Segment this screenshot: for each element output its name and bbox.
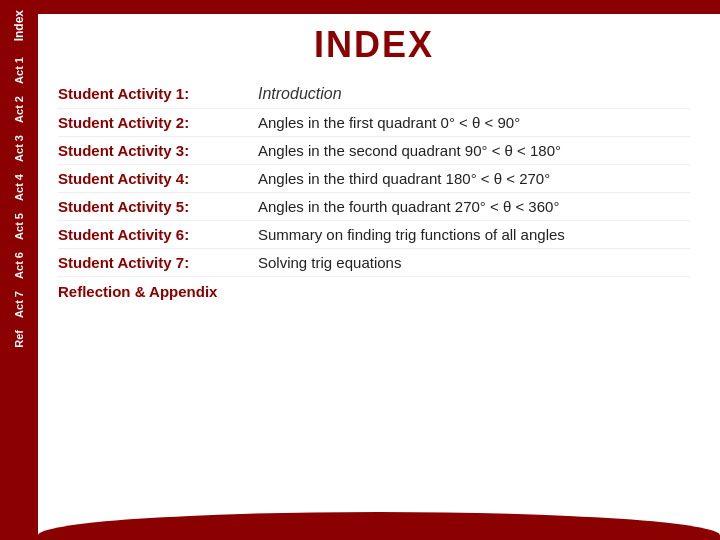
top-bar xyxy=(38,0,720,14)
sidebar-item-ref[interactable]: Ref xyxy=(9,324,29,354)
sidebar-item-index[interactable]: Index xyxy=(8,0,30,51)
main-content: INDEX Student Activity 1: Introduction S… xyxy=(38,14,720,512)
row-desc-7: Solving trig equations xyxy=(258,254,690,271)
reflection-row: Reflection & Appendix xyxy=(58,277,690,300)
row-label-3: Student Activity 3: xyxy=(58,142,258,159)
sidebar-item-act4[interactable]: Act 4 xyxy=(9,168,29,207)
bottom-bar xyxy=(38,512,720,540)
sidebar-item-act6[interactable]: Act 6 xyxy=(9,246,29,285)
page-number: 17-21 xyxy=(58,496,86,508)
index-row-1: Student Activity 1: Introduction xyxy=(58,80,690,109)
row-desc-6: Summary on finding trig functions of all… xyxy=(258,226,690,243)
sidebar-item-act1[interactable]: Act 1 xyxy=(9,51,29,90)
row-label-5: Student Activity 5: xyxy=(58,198,258,215)
sidebar-item-act2[interactable]: Act 2 xyxy=(9,90,29,129)
row-label-2: Student Activity 2: xyxy=(58,114,258,131)
index-row-3: Student Activity 3: Angles in the second… xyxy=(58,137,690,165)
sidebar-item-act5[interactable]: Act 5 xyxy=(9,207,29,246)
row-label-1: Student Activity 1: xyxy=(58,85,258,102)
row-desc-1: Introduction xyxy=(258,85,690,103)
page-title: INDEX xyxy=(58,24,690,66)
row-desc-3: Angles in the second quadrant 90° < θ < … xyxy=(258,142,690,159)
index-row-2: Student Activity 2: Angles in the first … xyxy=(58,109,690,137)
sidebar-item-act7[interactable]: Act 7 xyxy=(9,285,29,324)
row-desc-2: Angles in the first quadrant 0° < θ < 90… xyxy=(258,114,690,131)
row-label-7: Student Activity 7: xyxy=(58,254,258,271)
index-row-6: Student Activity 6: Summary on finding t… xyxy=(58,221,690,249)
reflection-label: Reflection & Appendix xyxy=(58,283,217,300)
index-row-4: Student Activity 4: Angles in the third … xyxy=(58,165,690,193)
row-desc-4: Angles in the third quadrant 180° < θ < … xyxy=(258,170,690,187)
sidebar-item-act3[interactable]: Act 3 xyxy=(9,129,29,168)
row-desc-5: Angles in the fourth quadrant 270° < θ <… xyxy=(258,198,690,215)
sidebar: Index Act 1 Act 2 Act 3 Act 4 Act 5 Act … xyxy=(0,0,38,540)
index-table: Student Activity 1: Introduction Student… xyxy=(58,80,690,300)
row-label-6: Student Activity 6: xyxy=(58,226,258,243)
index-row-5: Student Activity 5: Angles in the fourth… xyxy=(58,193,690,221)
row-label-4: Student Activity 4: xyxy=(58,170,258,187)
index-row-7: Student Activity 7: Solving trig equatio… xyxy=(58,249,690,277)
